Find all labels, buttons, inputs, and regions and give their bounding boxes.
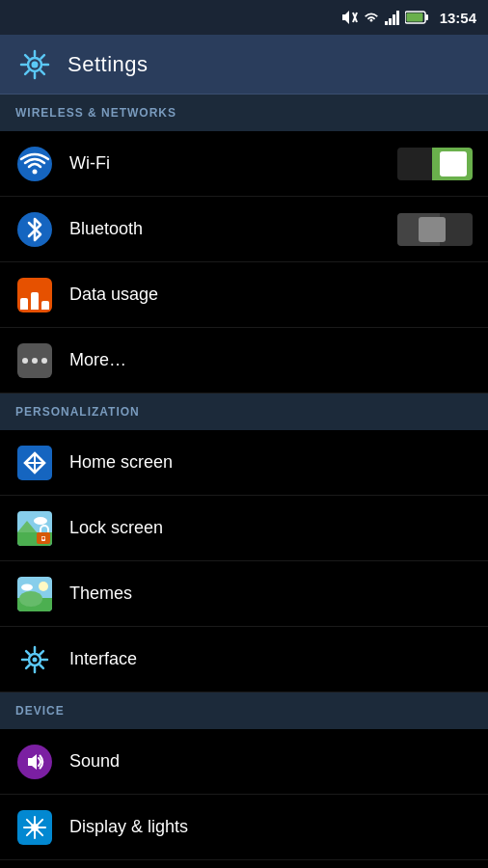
svg-point-35 <box>39 582 48 591</box>
interface-icon <box>15 640 54 679</box>
svg-point-36 <box>21 583 33 590</box>
status-bar: 13:54 <box>0 0 488 35</box>
themes-icon <box>15 575 54 613</box>
interface-item[interactable]: Interface <box>0 627 488 692</box>
section-device-label: DEVICE <box>15 704 65 718</box>
themes-label: Themes <box>69 583 473 604</box>
sound-label: Sound <box>69 751 473 772</box>
battery-icon <box>405 11 428 24</box>
section-wireless-label: WIRELESS & NETWORKS <box>15 106 176 120</box>
svg-point-20 <box>33 169 38 174</box>
svg-point-10 <box>32 61 39 68</box>
section-personalization-label: PERSONALIZATION <box>15 405 140 419</box>
home-screen-icon <box>15 444 54 482</box>
lock-screen-item[interactable]: Lock screen <box>0 496 488 561</box>
svg-line-18 <box>25 70 29 74</box>
bluetooth-item[interactable]: Bluetooth <box>0 197 488 262</box>
status-icons <box>340 10 428 25</box>
section-personalization: PERSONALIZATION <box>0 393 488 430</box>
display-icon <box>15 808 54 847</box>
svg-rect-8 <box>406 14 422 22</box>
svg-point-31 <box>42 536 45 539</box>
svg-rect-2 <box>385 21 388 25</box>
app-header: Settings <box>0 35 488 95</box>
wifi-item[interactable]: Wi-Fi <box>0 131 488 197</box>
wifi-status-icon <box>363 10 380 25</box>
svg-rect-5 <box>396 11 399 25</box>
interface-label: Interface <box>69 649 473 669</box>
svg-line-43 <box>26 651 29 654</box>
svg-point-28 <box>34 517 47 525</box>
svg-marker-47 <box>28 754 37 770</box>
display-label: Display & lights <box>69 817 473 837</box>
sound-item[interactable]: Sound <box>0 729 488 795</box>
svg-rect-7 <box>425 14 428 20</box>
data-usage-icon <box>15 276 54 314</box>
themes-item[interactable]: Themes <box>0 561 488 627</box>
status-time: 13:54 <box>440 10 476 26</box>
sound-icon <box>15 743 54 781</box>
data-usage-label: Data usage <box>69 285 473 305</box>
svg-line-15 <box>25 55 29 59</box>
svg-rect-4 <box>393 14 395 25</box>
data-usage-item[interactable]: Data usage <box>0 262 488 328</box>
section-wireless: WIRELESS & NETWORKS <box>0 95 488 131</box>
wifi-label: Wi-Fi <box>69 153 382 174</box>
home-screen-label: Home screen <box>69 452 473 473</box>
svg-line-44 <box>41 665 43 667</box>
svg-point-52 <box>31 824 39 831</box>
section-device: DEVICE <box>0 692 488 729</box>
svg-point-38 <box>33 657 38 662</box>
svg-line-45 <box>41 651 43 654</box>
lock-screen-label: Lock screen <box>69 518 473 538</box>
bluetooth-toggle[interactable] <box>397 213 473 246</box>
bluetooth-icon <box>15 210 54 249</box>
svg-rect-3 <box>389 18 392 25</box>
svg-point-34 <box>19 591 42 607</box>
more-item[interactable]: More… <box>0 328 488 393</box>
lock-screen-icon <box>15 509 54 548</box>
svg-line-46 <box>26 665 29 667</box>
more-label: More… <box>69 350 473 370</box>
wifi-icon <box>15 145 54 183</box>
page-title: Settings <box>68 52 149 77</box>
svg-line-17 <box>41 55 44 59</box>
display-item[interactable]: Display & lights <box>0 795 488 860</box>
wifi-toggle[interactable] <box>397 148 473 180</box>
mute-icon <box>340 10 358 25</box>
signal-icon <box>385 10 400 25</box>
more-icon <box>15 341 54 380</box>
settings-gear-icon <box>15 45 54 84</box>
bluetooth-label: Bluetooth <box>69 219 382 239</box>
svg-line-16 <box>41 70 44 74</box>
home-screen-item[interactable]: Home screen <box>0 430 488 496</box>
